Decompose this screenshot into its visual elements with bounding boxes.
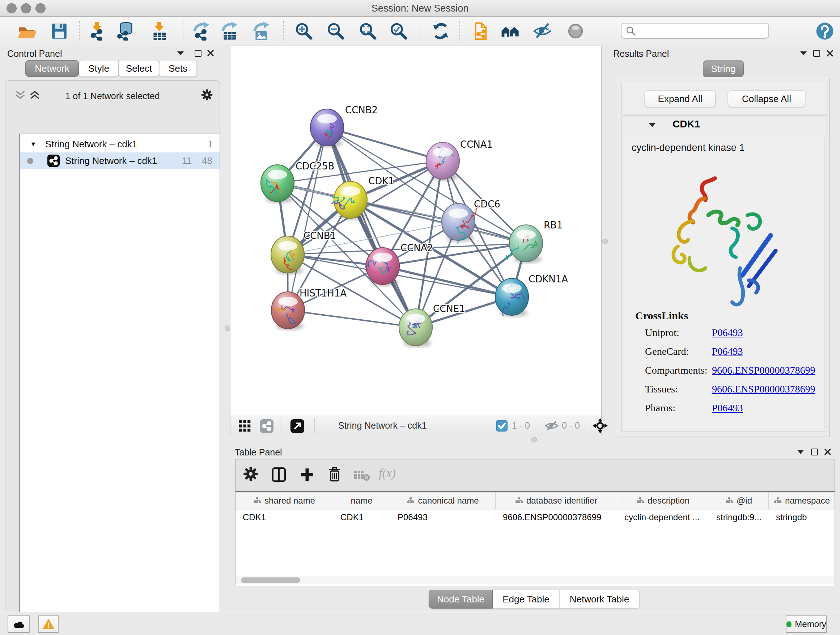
show-hidden-button[interactable] [565, 20, 586, 42]
zoom-out-button[interactable] [325, 20, 346, 42]
scrollbar-thumb[interactable] [241, 578, 300, 583]
warnings-button[interactable] [38, 616, 58, 633]
tab-network[interactable]: Network [25, 60, 79, 77]
maximize-panel-icon[interactable] [195, 50, 202, 57]
table-horizontal-scrollbar[interactable] [236, 576, 834, 584]
cell--id: stringdb:9... [709, 509, 769, 525]
import-network-from-database-button[interactable] [115, 20, 135, 42]
control-panel: Control Panel NetworkStyleSelectSets 1 o… [0, 46, 224, 611]
memory-button[interactable]: Memory [786, 616, 827, 633]
close-panel-icon[interactable] [824, 448, 831, 455]
column-type-icon [725, 497, 733, 504]
node-label-CDK1: CDK1 [368, 176, 394, 187]
main-toolbar [0, 17, 840, 46]
float-panel-icon[interactable] [800, 51, 807, 55]
show-first-neighbors-button[interactable] [500, 20, 520, 42]
crosslink-value-link[interactable]: P06493 [712, 402, 743, 414]
column-header--id[interactable]: @id [709, 492, 769, 509]
tab-select[interactable]: Select [118, 60, 159, 77]
float-panel-icon[interactable] [797, 450, 804, 454]
crosslink-value-link[interactable]: P06493 [712, 327, 743, 339]
save-session-button[interactable] [49, 20, 69, 42]
network-node-CCNE1[interactable] [399, 309, 432, 347]
apply-preferred-layout-button[interactable] [431, 20, 451, 42]
column-header-database-identifier[interactable]: database identifier [496, 492, 617, 509]
zoom-in-button[interactable] [294, 20, 314, 42]
maximize-panel-icon[interactable] [811, 448, 818, 455]
tab-sets[interactable]: Sets [159, 60, 197, 77]
collection-expand-arrow-icon[interactable]: ▼ [30, 141, 36, 148]
string-tools-icon[interactable] [259, 419, 274, 433]
hide-selected-button[interactable] [532, 20, 553, 42]
column-header-canonical-name[interactable]: canonical name [390, 492, 496, 509]
birds-eye-view-icon[interactable] [238, 420, 251, 432]
open-in-string-icon[interactable] [290, 418, 305, 434]
network-edge-CCNB2-HIST1H1A[interactable] [288, 127, 327, 310]
delete-column-trash-icon[interactable] [327, 466, 343, 483]
tab-string[interactable]: String [703, 60, 744, 77]
close-panel-icon[interactable] [207, 50, 214, 57]
crosslink-value-link[interactable]: P06493 [712, 346, 743, 357]
zoom-selected-button[interactable] [388, 20, 409, 42]
network-node-RB1[interactable] [506, 225, 543, 263]
column-header-namespace[interactable]: namespace [769, 492, 835, 509]
help-button[interactable] [815, 20, 835, 42]
collapse-gene-section-icon[interactable] [649, 123, 655, 127]
network-node-CDK1[interactable] [332, 181, 367, 220]
zoom-fit-content-icon [358, 22, 377, 41]
table-options-gear-icon[interactable] [243, 466, 259, 482]
bottom-splitter-handle[interactable] [531, 437, 537, 442]
crosslink-value-link[interactable]: 9606.ENSP00000378699 [712, 364, 815, 376]
search-input[interactable] [621, 23, 769, 39]
crosslink-value-link[interactable]: 9606.ENSP00000378699 [712, 383, 815, 395]
crosslink-label: Uniprot: [645, 327, 679, 339]
open-session-button[interactable] [16, 20, 36, 42]
tab-edge-table[interactable]: Edge Table [493, 590, 559, 608]
maximize-panel-icon[interactable] [813, 50, 820, 57]
network-node-CDC25B[interactable] [261, 165, 294, 203]
network-node-CDC6[interactable] [442, 203, 477, 243]
network-edge-HIST1H1A-CCNE1[interactable] [288, 310, 416, 327]
column-header-label: @id [737, 496, 752, 506]
export-image-button[interactable] [251, 20, 271, 42]
zoom-fit-content-button[interactable] [358, 20, 378, 42]
table-panel: Table Panel f(x) [230, 446, 840, 611]
import-network-from-file-button[interactable] [87, 20, 107, 42]
tab-style[interactable]: Style [79, 60, 118, 77]
column-header-name[interactable]: name [333, 492, 390, 509]
expand-all-button[interactable]: Expand All [645, 90, 715, 107]
network-collection-row[interactable]: ▼ String Network – cdk1 1 [20, 136, 219, 152]
export-network-button[interactable] [191, 20, 211, 42]
create-column-plus-icon[interactable] [299, 467, 315, 483]
hide-selected-icon [533, 22, 552, 41]
tab-node-table[interactable]: Node Table [429, 590, 493, 608]
selected-nodes-checkbox-icon[interactable] [496, 420, 508, 432]
show-columns-icon[interactable] [271, 467, 287, 483]
close-panel-icon[interactable] [826, 50, 834, 57]
save-session-icon [50, 22, 68, 41]
network-node-CDKN1A[interactable] [495, 279, 529, 317]
collapse-all-button[interactable]: Collapse All [728, 90, 805, 107]
network-node-CCNB1[interactable] [271, 236, 304, 274]
network-options-gear-icon[interactable] [201, 89, 213, 101]
column-header-shared-name[interactable]: shared name [235, 492, 333, 509]
network-view-panel: CCNB2CCNA1CDC25BCDK1CDC6RB1CCNB1CCNA2CDK… [230, 46, 602, 435]
left-splitter-handle[interactable] [225, 325, 230, 331]
export-image-icon [252, 22, 271, 41]
network-row[interactable]: String Network – cdk1 11 48 [20, 152, 219, 169]
export-table-button[interactable] [219, 20, 240, 42]
tab-network-table[interactable]: Network Table [559, 590, 639, 608]
function-builder-icon: f(x) [379, 466, 396, 480]
column-header-description[interactable]: description [617, 492, 709, 509]
network-node-CCNA1[interactable] [426, 142, 459, 181]
table-row[interactable]: CDK1CDK1P064939606.ENSP00000378699cyclin… [235, 509, 835, 525]
cloud-status-button[interactable] [8, 616, 30, 633]
right-splitter-handle[interactable] [602, 239, 608, 244]
share-document-button[interactable] [471, 20, 491, 42]
network-canvas[interactable]: CCNB2CCNA1CDC25BCDK1CDC6RB1CCNB1CCNA2CDK… [231, 46, 601, 415]
float-panel-icon[interactable] [177, 51, 184, 55]
import-table-from-file-button[interactable] [149, 20, 169, 42]
fit-selected-crosshair-icon[interactable] [592, 418, 608, 434]
crosslink-label: Pharos: [645, 402, 676, 414]
network-edge-CCNB2-CCNA1[interactable] [327, 127, 443, 161]
